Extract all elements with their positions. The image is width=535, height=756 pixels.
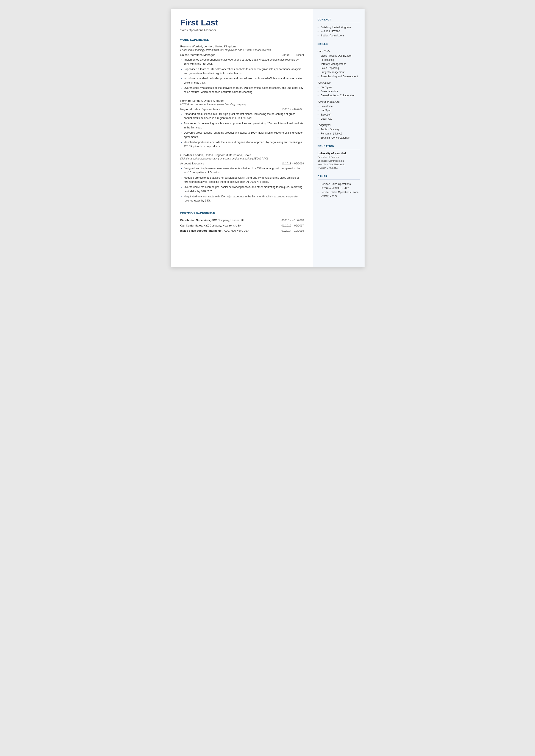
company-desc-2: NYSE-listed recruitment and employer bra… <box>180 103 304 106</box>
header-divider <box>180 35 304 35</box>
company-desc-1: Education technology startup with 50+ em… <box>180 48 304 51</box>
job-bullets-1: Implemented a comprehensive sales operat… <box>180 58 304 95</box>
edu-location-1: New York City, New York <box>318 163 360 166</box>
company-name-3: Growthsi, London, United Kingdom & Barce… <box>180 154 304 157</box>
candidate-name: First Last <box>180 18 304 27</box>
contact-header: CONTACT <box>318 18 360 21</box>
technique-1: Six Sigma <box>318 85 360 90</box>
other-item-1: Certified Sales Operations Executive (CS… <box>318 182 360 190</box>
bullet-2-4: Identified opportunities outside the sta… <box>180 140 304 149</box>
name-block: First Last Sales Operations Manager <box>180 18 304 32</box>
previous-experience-section: PREVIOUS EXPERIENCE Distribution Supervi… <box>180 211 304 234</box>
job-title-2: Regional Sales Representative <box>180 107 220 111</box>
job-growthsi: Growthsi, London, United Kingdom & Barce… <box>180 154 304 203</box>
previous-exp-table: Distribution Supervisor, ABC Company, Lo… <box>180 218 304 234</box>
hard-skill-4: Sales Reporting <box>318 66 360 70</box>
bullet-1-4: Overhauled RW's sales pipeline conversio… <box>180 86 304 95</box>
tool-3: SalesLoft <box>318 113 360 117</box>
company-desc-3: Digital marketing agency focusing on sea… <box>180 157 304 160</box>
job-bullets-3: Designed and implemented new sales strat… <box>180 166 304 203</box>
tool-4: Optymyze <box>318 117 360 121</box>
work-experience-header: WORK EXPERIENCE <box>180 38 304 42</box>
education-header: EDUCATION <box>318 145 360 147</box>
techniques-label: Techniques: <box>318 81 360 84</box>
tools-label: Tools and Software: <box>318 100 360 103</box>
language-1: English (Native) <box>318 127 360 132</box>
technique-2: Sales Incentive <box>318 90 360 94</box>
bullet-1-2: Supervised a team of 30+ sales operation… <box>180 67 304 76</box>
bullet-1-1: Implemented a comprehensive sales operat… <box>180 58 304 66</box>
job-dates-3: 11/2018 – 09/2019 <box>281 162 304 165</box>
hard-skill-5: Budget Management <box>318 70 360 74</box>
job-title-3: Account Executive <box>180 162 204 165</box>
prev-exp-row-3: Inside Sales Support (Internship), ABC, … <box>180 228 304 234</box>
language-3: Spanish (Conversational) <box>318 136 360 140</box>
contact-phone: +44 1234567890 <box>318 30 360 34</box>
prev-exp-company-1: Distribution Supervisor, ABC Company, Lo… <box>180 218 274 223</box>
bullet-2-1: Expanded product lines into 30+ high-pro… <box>180 112 304 121</box>
other-divider <box>318 179 360 180</box>
job-dates-1: 08/2021 – Present <box>282 53 304 56</box>
contact-email: first.last@gmail.com <box>318 34 360 38</box>
resume-container: First Last Sales Operations Manager WORK… <box>171 9 365 267</box>
job-row-2: Regional Sales Representative 10/2019 – … <box>180 107 304 111</box>
prev-exp-company-3: Inside Sales Support (Internship), ABC, … <box>180 228 274 234</box>
bullet-2-2: Succeeded in developing new business opp… <box>180 122 304 130</box>
other-section: OTHER Certified Sales Operations Executi… <box>318 175 360 199</box>
prev-exp-dates-1: 06/2017 – 10/2018 <box>273 218 304 223</box>
contact-location: Salisbury, United Kingdom <box>318 25 360 30</box>
other-header: OTHER <box>318 175 360 178</box>
job-dates-2: 10/2019 – 07/2021 <box>281 108 304 111</box>
other-list: Certified Sales Operations Executive (CS… <box>318 182 360 199</box>
other-item-2: Certified Sales Operations Leader (CSOL)… <box>318 190 360 199</box>
contact-section: CONTACT Salisbury, United Kingdom +44 12… <box>318 18 360 38</box>
hard-skills-label: Hard Skills: <box>318 50 360 53</box>
bullet-3-2: Modeled professional qualities for colle… <box>180 176 304 184</box>
hard-skill-1: Sales Process Optimization <box>318 54 360 58</box>
edu-block-1: University of New York Bachelor of Scien… <box>318 152 360 170</box>
prev-exp-row-1: Distribution Supervisor, ABC Company, Lo… <box>180 218 304 223</box>
candidate-title: Sales Operations Manager <box>180 28 304 32</box>
language-2: Romanian (Native) <box>318 132 360 136</box>
bullet-3-3: Overhauled e-mail campaigns, social netw… <box>180 185 304 193</box>
skills-section: SKILLS Hard Skills: Sales Process Optimi… <box>318 43 360 140</box>
job-bullets-2: Expanded product lines into 30+ high-pro… <box>180 112 304 149</box>
skills-header: SKILLS <box>318 43 360 45</box>
technique-3: Cross-functional Collaboration <box>318 94 360 98</box>
company-name-2: Polyhire, London, United Kingdom <box>180 99 304 102</box>
bullet-1-3: Introduced standardized sales processes … <box>180 76 304 85</box>
languages-label: Languages: <box>318 124 360 126</box>
hard-skills-list: Sales Process Optimization Forecasting T… <box>318 54 360 79</box>
edu-university-1: University of New York <box>318 152 360 155</box>
job-row-3: Account Executive 11/2018 – 09/2019 <box>180 162 304 165</box>
job-polyhire: Polyhire, London, United Kingdom NYSE-li… <box>180 99 304 149</box>
edu-degree-1: Bachelor of Science <box>318 155 360 159</box>
contact-list: Salisbury, United Kingdom +44 1234567890… <box>318 25 360 38</box>
hard-skill-3: Territory Management <box>318 62 360 66</box>
hard-skill-6: Sales Training and Development <box>318 74 360 79</box>
prev-exp-row-2: Call Center Sales, XYZ Company, New York… <box>180 223 304 228</box>
education-section: EDUCATION University of New York Bachelo… <box>318 145 360 170</box>
bullet-3-1: Designed and implemented new sales strat… <box>180 166 304 175</box>
job-title-1: Sales Operations Manager <box>180 53 215 56</box>
edu-dates-1: 10/2011 - 06/2014 <box>318 166 360 170</box>
prev-exp-company-2: Call Center Sales, XYZ Company, New York… <box>180 223 274 228</box>
job-row-1: Sales Operations Manager 08/2021 – Prese… <box>180 53 304 56</box>
hard-skill-2: Forecasting <box>318 58 360 62</box>
edu-field-1: Business Administration <box>318 159 360 163</box>
bullet-3-4: Negotiated new contracts with 30+ major … <box>180 195 304 203</box>
job-resume-worded: Resume Worded, London, United Kingdom Ed… <box>180 45 304 95</box>
techniques-list: Six Sigma Sales Incentive Cross-function… <box>318 85 360 98</box>
previous-experience-header: PREVIOUS EXPERIENCE <box>180 211 304 214</box>
tool-2: HubSpot <box>318 108 360 113</box>
prev-exp-dates-2: 01/2016 – 05/2017 <box>273 223 304 228</box>
prev-exp-divider <box>180 208 304 208</box>
languages-list: English (Native) Romanian (Native) Spani… <box>318 127 360 140</box>
company-name-1: Resume Worded, London, United Kingdom <box>180 45 304 48</box>
main-column: First Last Sales Operations Manager WORK… <box>171 9 313 267</box>
prev-exp-dates-3: 07/2014 – 12/2015 <box>273 228 304 234</box>
bullet-2-3: Delivered presentations regarding produc… <box>180 131 304 139</box>
work-experience-section: WORK EXPERIENCE Resume Worded, London, U… <box>180 38 304 203</box>
sidebar: CONTACT Salisbury, United Kingdom +44 12… <box>313 9 365 267</box>
tools-list: Salesforce, HubSpot SalesLoft Optymyze <box>318 104 360 121</box>
